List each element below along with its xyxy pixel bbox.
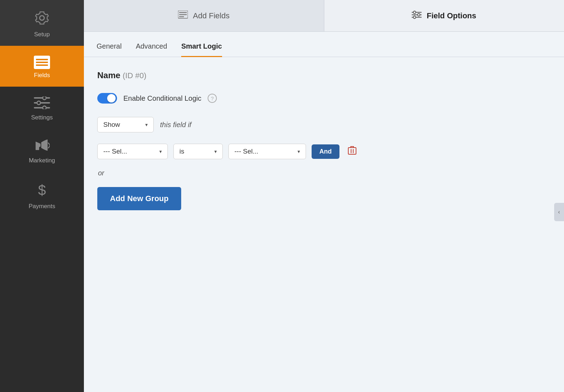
condition-row: --- Sel... ▾ is ▾ --- Sel... ▾ And [97,144,551,159]
tab-general[interactable]: General [97,42,122,57]
field-name: Name [97,70,120,80]
options-icon [412,11,422,21]
add-new-group-button[interactable]: Add New Group [97,187,181,210]
help-icon[interactable]: ? [208,94,217,103]
list-icon [178,11,188,21]
svg-point-8 [43,106,46,109]
svg-rect-10 [36,147,39,150]
panel-content: Name (ID #0) Enable Conditional Logic ? … [84,57,564,392]
svg-point-5 [37,101,41,105]
field-id: (ID #0) [123,71,146,80]
svg-point-2 [43,97,46,100]
sidebar-item-label-marketing: Marketing [29,157,55,164]
svg-rect-14 [179,14,187,15]
or-text: or [97,169,551,177]
sidebar-item-marketing[interactable]: Marketing [0,129,84,172]
secondary-tabs: General Advanced Smart Logic [84,32,564,57]
fields-icon [34,56,50,69]
sidebar-item-payments[interactable]: $ Payments [0,172,84,218]
condition-operator-dropdown[interactable]: is ▾ [173,144,223,159]
tab-smart-logic-label: Smart Logic [181,42,222,50]
toggle-label: Enable Conditional Logic [123,94,201,102]
svg-rect-15 [179,16,184,17]
chevron-down-icon-4: ▾ [298,149,300,154]
svg-point-19 [413,11,416,13]
tab-general-label: General [97,42,122,50]
sidebar-item-setup[interactable]: Setup [0,0,84,46]
sidebar-item-fields[interactable]: Fields [0,46,84,87]
collapse-panel-button[interactable]: ‹ [554,203,564,221]
show-dropdown[interactable]: Show ▾ [97,117,154,132]
select-field-value: --- Sel... [103,148,127,155]
condition-operator-value: is [179,148,184,155]
field-options-panel: General Advanced Smart Logic Name (ID #0… [84,32,564,392]
sidebar-item-settings[interactable]: Settings [0,87,84,129]
sidebar-item-label-setup: Setup [34,31,50,38]
marketing-icon [34,139,50,154]
conditional-logic-toggle[interactable] [97,93,117,104]
payments-icon: $ [36,182,48,200]
tab-advanced[interactable]: Advanced [136,42,167,57]
show-dropdown-value: Show [103,121,120,129]
sidebar-item-label-settings: Settings [31,114,53,121]
and-button[interactable]: And [312,144,339,159]
settings-icon [34,97,50,111]
chevron-down-icon-2: ▾ [159,149,162,154]
chevron-down-icon-3: ▾ [214,149,217,154]
show-row: Show ▾ this field if [97,117,551,132]
tab-add-fields-label: Add Fields [193,11,229,20]
chevron-down-icon: ▾ [145,122,148,127]
svg-rect-22 [348,148,356,154]
tab-smart-logic[interactable]: Smart Logic [181,42,222,57]
svg-text:$: $ [38,182,46,198]
toggle-row: Enable Conditional Logic ? [97,93,551,104]
select-value-text: --- Sel... [234,148,258,155]
svg-point-20 [418,13,420,16]
gear-icon [34,10,50,28]
sidebar-item-label-payments: Payments [29,203,55,210]
sidebar-item-label-fields: Fields [34,72,50,79]
select-field-dropdown[interactable]: --- Sel... ▾ [97,144,168,159]
field-title: Name (ID #0) [97,70,551,80]
tab-add-fields[interactable]: Add Fields [84,0,324,31]
svg-point-21 [413,16,416,18]
select-value-dropdown[interactable]: --- Sel... ▾ [228,144,306,159]
tab-field-options[interactable]: Field Options [324,0,564,31]
delete-condition-button[interactable] [345,144,359,158]
tab-field-options-label: Field Options [427,11,476,20]
tab-advanced-label: Advanced [136,42,167,50]
svg-rect-13 [179,12,187,13]
top-tabs-bar: Add Fields Field Options [84,0,564,32]
this-field-if-text: this field if [160,121,191,129]
main-content: Add Fields Field Options General [84,0,564,392]
sidebar: Setup Fields Settings [0,0,84,392]
